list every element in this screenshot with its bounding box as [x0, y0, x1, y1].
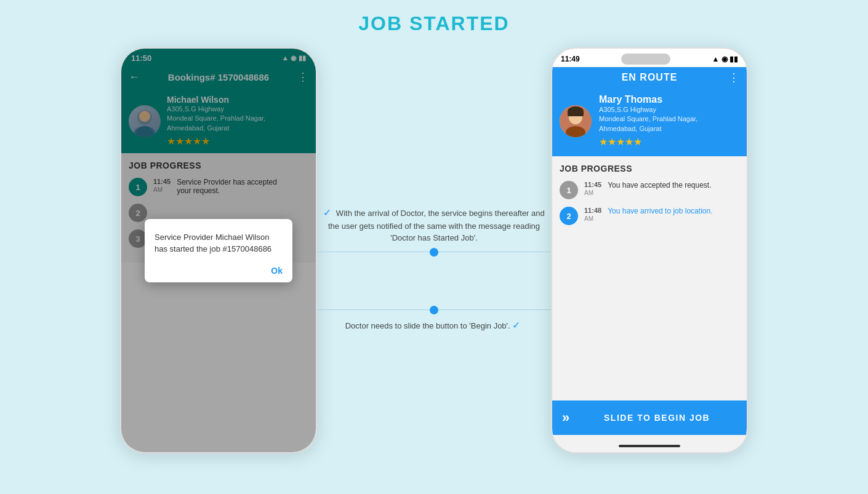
connector-2: [317, 306, 551, 314]
dot-2: [430, 306, 438, 314]
check-icon-2: ✓: [512, 320, 520, 330]
ios-more-icon[interactable]: ⋮: [728, 71, 739, 84]
dialog-ok-button[interactable]: Ok: [271, 266, 283, 276]
dialog-ok-container: Ok: [155, 265, 283, 276]
ios-progress-ampm-1: AM: [584, 189, 601, 196]
center-annotations: ✓ With the arrival of Doctor, the servic…: [317, 169, 551, 333]
ios-header-title: EN ROUTE: [622, 72, 678, 83]
ios-progress-circle-2: 2: [560, 207, 578, 225]
left-phone: 11:50 ▲ ◉ ▮▮ ← Bookings# 1570048686 ⋮: [120, 47, 317, 453]
ios-job-progress: JOB PROGRESS 1 11:45 AM You have accepte…: [552, 156, 747, 240]
right-line-1: [438, 252, 551, 252]
ios-time: 11:49: [561, 55, 580, 63]
ios-progress-circle-1: 1: [560, 181, 578, 199]
connector-1: [317, 248, 551, 257]
ios-profile-stars: ★★★★★: [599, 136, 697, 148]
ios-progress-item-2: 2 11:48 AM You have arrived to job locat…: [560, 207, 739, 225]
dialog-box: Service Provider Michael Wilson has star…: [145, 219, 292, 282]
ios-progress-time-1: 11:45: [584, 181, 601, 188]
left-line-1: [317, 252, 430, 252]
ios-job-progress-title: JOB PROGRESS: [560, 164, 739, 173]
ios-doctor-avatar: [560, 105, 592, 137]
ios-profile-section: Mary Thomas A305,S.G HighwayMondeal Squa…: [552, 88, 747, 156]
svg-rect-8: [568, 111, 584, 116]
page-title: JOB STARTED: [358, 12, 509, 35]
ios-progress-ampm-2: AM: [584, 215, 601, 222]
home-indicator: [619, 445, 680, 447]
dot-1: [430, 248, 438, 257]
slide-bar[interactable]: » SLIDE TO BEGIN JOB: [552, 400, 747, 435]
ios-progress-desc-2: You have arrived to job location.: [608, 207, 712, 215]
annotation-block-2: Doctor needs to slide the button to 'Beg…: [317, 306, 551, 333]
ios-profile-address: A305,S.G HighwayMondeal Square, Prahlad …: [599, 105, 697, 133]
ios-progress-desc-1: You have accepted the request.: [608, 181, 711, 189]
ios-profile-info: Mary Thomas A305,S.G HighwayMondeal Squa…: [599, 94, 697, 148]
check-icon-1: ✓: [323, 207, 331, 218]
ios-progress-item-1: 1 11:45 AM You have accepted the request…: [560, 181, 739, 199]
ios-status-icons: ▲ ◉ ▮▮: [712, 55, 738, 63]
ios-header: EN ROUTE ⋮: [552, 67, 747, 88]
dialog-message: Service Provider Michael Wilson has star…: [155, 231, 283, 255]
slide-to-begin-label: SLIDE TO BEGIN JOB: [577, 413, 737, 423]
ios-status-bar: 11:49 ▲ ◉ ▮▮: [552, 49, 747, 67]
dialog-overlay: Service Provider Michael Wilson has star…: [121, 49, 316, 452]
right-line-2: [438, 309, 551, 310]
left-line-2: [317, 309, 430, 310]
slide-arrows-icon: »: [562, 410, 569, 426]
main-content: 11:50 ▲ ◉ ▮▮ ← Bookings# 1570048686 ⋮: [0, 47, 868, 453]
annotation-text-2: Doctor needs to slide the button to 'Beg…: [345, 318, 523, 333]
annotation-text-1: ✓ With the arrival of Doctor, the servic…: [317, 205, 551, 244]
right-phone: 11:49 ▲ ◉ ▮▮ EN ROUTE ⋮: [551, 47, 748, 453]
ios-profile-name: Mary Thomas: [599, 94, 697, 105]
annotation-block-1: ✓ With the arrival of Doctor, the servic…: [317, 205, 551, 257]
ios-progress-time-2: 11:48: [584, 207, 601, 214]
